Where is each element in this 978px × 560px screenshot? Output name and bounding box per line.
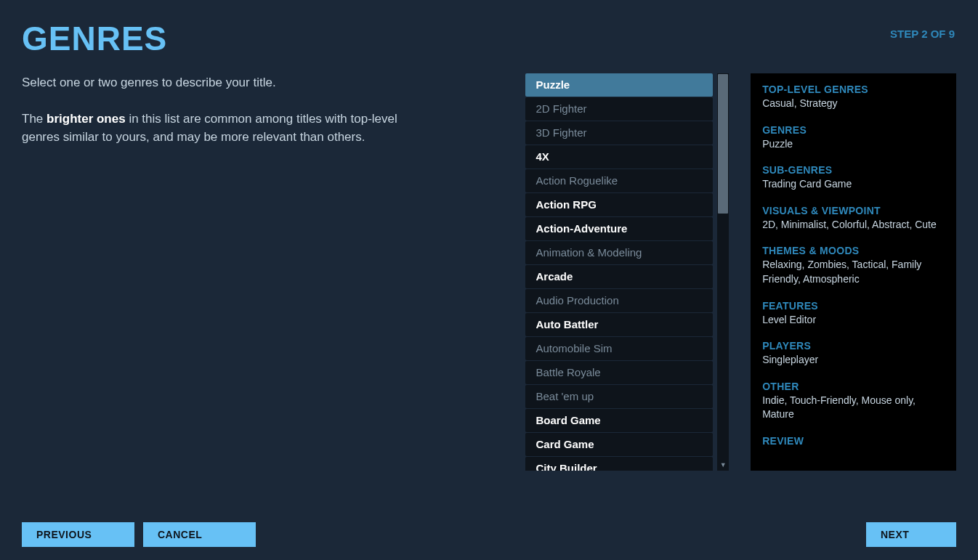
summary-title: GENRES — [762, 124, 945, 136]
previous-button[interactable]: PREVIOUS — [22, 522, 134, 547]
instruction-prefix: The — [22, 112, 47, 126]
genre-item[interactable]: Card Game — [525, 433, 713, 456]
scrollbar-thumb[interactable] — [718, 74, 728, 214]
summary-title: VISUALS & VIEWPOINT — [762, 205, 945, 216]
genre-item[interactable]: Automobile Sim — [525, 337, 713, 360]
summary-value: Singleplayer — [762, 353, 945, 368]
summary-title: FEATURES — [762, 300, 945, 312]
summary-block: OTHERIndie, Touch-Friendly, Mouse only, … — [762, 381, 945, 422]
instruction-line-1: Select one or two genres to describe you… — [22, 73, 411, 92]
summary-block: VISUALS & VIEWPOINT2D, Minimalist, Color… — [762, 205, 945, 232]
next-button[interactable]: NEXT — [866, 522, 956, 547]
genre-item[interactable]: Animation & Modeling — [525, 241, 713, 264]
instruction-line-2: The brighter ones in this list are commo… — [22, 110, 411, 147]
summary-value: 2D, Minimalist, Colorful, Abstract, Cute — [762, 218, 945, 232]
genre-item[interactable]: Audio Production — [525, 289, 713, 312]
summary-value: Level Editor — [762, 313, 945, 328]
summary-value: Relaxing, Zombies, Tactical, Family Frie… — [762, 258, 945, 286]
scrollbar-arrow-down-icon[interactable]: ▼ — [717, 459, 729, 471]
genre-item[interactable]: Arcade — [525, 265, 713, 288]
summary-value: Indie, Touch-Friendly, Mouse only, Matur… — [762, 394, 945, 422]
summary-title: THEMES & MOODS — [762, 245, 945, 256]
summary-title: TOP-LEVEL GENRES — [762, 84, 945, 95]
summary-title: PLAYERS — [762, 340, 945, 352]
genre-item[interactable]: Board Game — [525, 409, 713, 432]
summary-value: Casual, Strategy — [762, 97, 945, 111]
summary-value: Trading Card Game — [762, 177, 945, 192]
genre-item[interactable]: Action-Adventure — [525, 217, 713, 240]
genre-item[interactable]: 3D Fighter — [525, 121, 713, 145]
summary-block: REVIEW — [762, 435, 945, 447]
genre-item[interactable]: Action Roguelike — [525, 169, 713, 192]
genre-list[interactable]: Puzzle2D Fighter3D Fighter4XAction Rogue… — [525, 73, 713, 471]
genre-item[interactable]: 4X — [525, 145, 713, 169]
summary-block: SUB-GENRESTrading Card Game — [762, 164, 945, 192]
summary-panel: TOP-LEVEL GENRESCasual, StrategyGENRESPu… — [751, 73, 956, 471]
summary-value: Puzzle — [762, 137, 945, 152]
page-title: GENRES — [22, 22, 167, 55]
summary-block: TOP-LEVEL GENRESCasual, Strategy — [762, 84, 945, 111]
step-indicator: STEP 2 OF 9 — [890, 28, 955, 40]
summary-title: OTHER — [762, 381, 945, 392]
instruction-bold: brighter ones — [47, 112, 126, 126]
genre-item[interactable]: 2D Fighter — [525, 97, 713, 121]
cancel-button[interactable]: CANCEL — [143, 522, 256, 547]
summary-title: SUB-GENRES — [762, 164, 945, 176]
genre-item[interactable]: Battle Royale — [525, 361, 713, 384]
summary-block: FEATURESLevel Editor — [762, 300, 945, 328]
summary-block: GENRESPuzzle — [762, 124, 945, 152]
summary-block: THEMES & MOODSRelaxing, Zombies, Tactica… — [762, 245, 945, 286]
genre-item[interactable]: Action RPG — [525, 193, 713, 216]
scrollbar-track[interactable]: ▼ — [717, 73, 729, 471]
instructions-panel: Select one or two genres to describe you… — [22, 73, 432, 471]
genre-item[interactable]: City Builder — [525, 457, 713, 471]
summary-title: REVIEW — [762, 435, 945, 447]
genre-item[interactable]: Beat 'em up — [525, 385, 713, 408]
summary-block: PLAYERSSingleplayer — [762, 340, 945, 368]
genre-item[interactable]: Auto Battler — [525, 313, 713, 336]
genre-item[interactable]: Puzzle — [525, 73, 713, 97]
